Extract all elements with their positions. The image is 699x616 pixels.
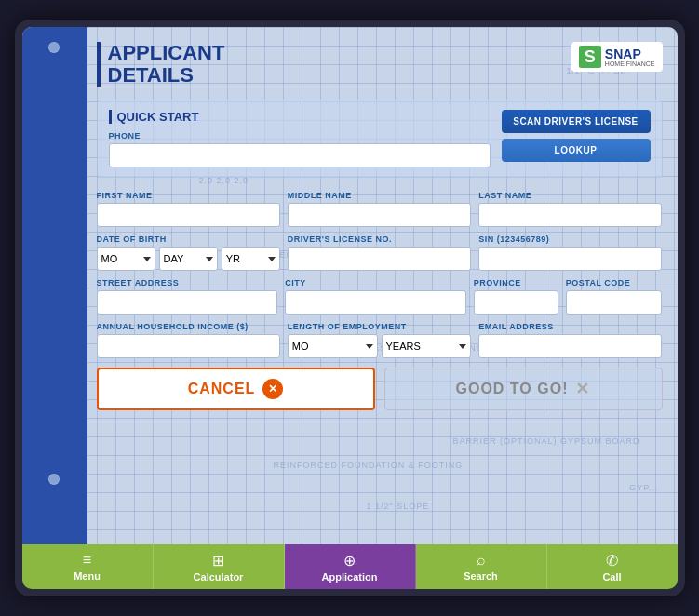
nav-application-label: Application [322, 571, 378, 583]
sin-field: SIN (123456789) [478, 234, 662, 271]
screen: BARRIER 1/2" GYP. BD. VENTILATI BEDROOM … [22, 27, 678, 589]
device-frame: BARRIER 1/2" GYP. BD. VENTILATI BEDROOM … [15, 20, 685, 596]
street-field: STREET ADDRESS [97, 278, 278, 315]
postal-input[interactable] [566, 290, 663, 315]
province-field: PROVINCE [474, 278, 558, 315]
email-label: EMAIL ADDRESS [478, 322, 662, 331]
middle-name-field: MIDDLE NAME [288, 191, 471, 227]
nav-calculator[interactable]: ⊞ Calculator [154, 544, 285, 589]
sidebar [22, 27, 87, 544]
nav-menu-label: Menu [74, 570, 101, 582]
cancel-button[interactable]: CANCEL ✕ [97, 368, 375, 410]
city-input[interactable] [285, 290, 466, 315]
sin-label: SIN (123456789) [478, 234, 662, 244]
menu-icon: ≡ [83, 552, 91, 569]
email-input[interactable] [478, 334, 662, 358]
employment-selects: MO YEARS [288, 334, 471, 358]
email-field: EMAIL ADDRESS [478, 322, 662, 358]
nav-calculator-label: Calculator [194, 571, 244, 583]
income-field: ANNUAL HOUSEHOLD INCOME ($) [97, 322, 280, 358]
employment-field: LENGTH OF EMPLOYMENT MO YEARS [288, 322, 471, 358]
logo-name: SNAP [605, 47, 655, 60]
middle-name-input[interactable] [288, 203, 471, 227]
address-row: STREET ADDRESS CITY PROVINCE POSTAL CODE [97, 278, 663, 315]
income-employment-row: ANNUAL HOUSEHOLD INCOME ($) LENGTH OF EM… [97, 322, 663, 358]
nav-call-label: Call [602, 571, 621, 583]
employment-label: LENGTH OF EMPLOYMENT [288, 322, 471, 331]
postal-field: POSTAL CODE [566, 278, 663, 315]
first-name-field: FIRST NAME [97, 191, 280, 227]
nav-search[interactable]: ⌕ Search [416, 544, 547, 589]
header-area: APPLICANT DETAILS S SNAP HOME FINANCE [97, 42, 663, 87]
good-to-go-icon: ✕ [575, 379, 590, 399]
phone-label: PHONE [109, 131, 491, 141]
lookup-button[interactable]: LOOKUP [502, 139, 651, 162]
circle-top [48, 42, 60, 53]
last-name-field: LAST NAME [478, 191, 662, 227]
dl-label: DRIVER'S LICENSE NO. [288, 234, 471, 244]
street-label: STREET ADDRESS [97, 278, 278, 288]
circle-bottom [48, 474, 60, 485]
quick-start-label: QUICK START [109, 110, 491, 124]
dob-label: DATE OF BIRTH [97, 234, 280, 244]
cancel-label: CANCEL [188, 381, 256, 397]
call-icon: ✆ [606, 552, 618, 569]
name-row: FIRST NAME MIDDLE NAME LAST NAME [97, 191, 663, 227]
scan-license-button[interactable]: SCAN DRIVER'S LICENSE [502, 110, 651, 133]
logo-letter: S [579, 46, 601, 68]
dob-selects: MO DAY YR [97, 247, 280, 271]
action-buttons: CANCEL ✕ GOOD TO GO! ✕ [97, 368, 663, 410]
emp-years-select[interactable]: YEARS [382, 334, 472, 358]
last-name-label: LAST NAME [478, 191, 662, 200]
nav-application[interactable]: ⊕ Application [285, 544, 416, 589]
first-name-label: FIRST NAME [97, 191, 280, 200]
application-icon: ⊕ [343, 552, 356, 569]
dob-dl-sin-row: DATE OF BIRTH MO DAY YR DRIVER [97, 234, 663, 271]
province-label: PROVINCE [474, 278, 558, 288]
last-name-input[interactable] [478, 203, 662, 227]
nav-search-label: Search [464, 570, 498, 582]
sin-input[interactable] [478, 247, 662, 271]
bottom-nav: ≡ Menu ⊞ Calculator ⊕ Application ⌕ Sear… [22, 544, 678, 589]
postal-label: POSTAL CODE [566, 278, 663, 288]
middle-name-label: MIDDLE NAME [288, 191, 471, 200]
city-field: CITY [285, 278, 466, 315]
good-to-go-label: GOOD TO GO! [456, 381, 569, 397]
logo-sub: HOME FINANCE [605, 60, 655, 67]
main-content: APPLICANT DETAILS S SNAP HOME FINANCE QU… [87, 27, 678, 544]
calculator-icon: ⊞ [212, 552, 224, 569]
dob-yr-select[interactable]: YR [222, 247, 280, 271]
nav-call[interactable]: ✆ Call [547, 544, 678, 589]
logo: S SNAP HOME FINANCE [571, 42, 663, 72]
city-label: CITY [285, 278, 466, 288]
quick-start-right: SCAN DRIVER'S LICENSE LOOKUP [502, 110, 651, 162]
first-name-input[interactable] [97, 203, 280, 227]
cancel-icon: ✕ [262, 379, 283, 399]
income-input[interactable] [97, 334, 280, 358]
emp-mo-select[interactable]: MO [288, 334, 378, 358]
page-title: APPLICANT DETAILS [97, 42, 225, 87]
search-icon: ⌕ [477, 552, 486, 569]
quick-start-section: QUICK START PHONE SCAN DRIVER'S LICENSE … [97, 100, 663, 178]
nav-menu[interactable]: ≡ Menu [22, 544, 154, 589]
province-input[interactable] [474, 290, 558, 315]
dl-field: DRIVER'S LICENSE NO. [288, 234, 471, 271]
street-input[interactable] [97, 290, 278, 315]
good-to-go-button[interactable]: GOOD TO GO! ✕ [384, 368, 663, 410]
dob-mo-select[interactable]: MO [97, 247, 155, 271]
dob-field: DATE OF BIRTH MO DAY YR [97, 234, 280, 271]
dob-day-select[interactable]: DAY [159, 247, 218, 271]
dl-input[interactable] [288, 247, 471, 271]
phone-input[interactable] [109, 143, 491, 167]
quick-start-left: QUICK START PHONE [109, 110, 491, 167]
income-label: ANNUAL HOUSEHOLD INCOME ($) [97, 322, 280, 331]
quick-start-inner: QUICK START PHONE SCAN DRIVER'S LICENSE … [109, 110, 651, 167]
